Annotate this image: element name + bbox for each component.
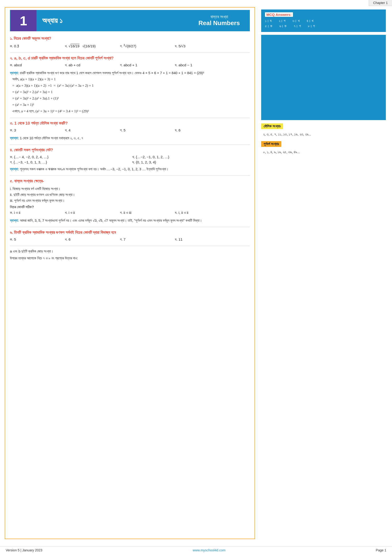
ans-1: ১। ঘ	[265, 19, 272, 23]
ans-6: ৬। ক	[280, 24, 287, 28]
q5-option-b: খ. i ও ii	[65, 211, 112, 215]
question-3-explanation: ব্যাখ্যা: 1 থেকে 10 পর্যন্ত মৌলিক সংখ্যা…	[10, 135, 250, 141]
mcq-title: MCQ Answers:	[265, 12, 293, 17]
q1-option-c: গ. 3√(8/27)	[120, 44, 167, 48]
q4-option-a: ক. {…− 4, −2, 0, 2, 4, …}	[10, 155, 127, 159]
question-5-title: ৫. বাস্তব সংখ্যার ক্ষেত্রে-	[10, 178, 250, 184]
q3-option-d: ঘ. 6	[175, 128, 222, 132]
prime-numbers-label: মৌলিক সংখ্যাঃ	[261, 123, 283, 129]
question-5-statements: i. বিজোড় সংখ্যার বর্গ একটি বিজোড় সংখ্য…	[10, 186, 250, 203]
chapter-number: 1	[20, 13, 27, 28]
q2-math: অর্থাৎ, a(a + 1)(a + 2)(a + 3) + 1 = a(a…	[12, 76, 250, 114]
question-2-options: ক. abcd খ. ab + cd গ. abcd + 1 ঘ. abcd −…	[10, 63, 250, 68]
q6-option-c: গ. 7	[120, 237, 167, 242]
q6-option-b: খ. 6	[65, 237, 112, 242]
perfect-square-section: পূর্ণবর্গ সংখ্যাঃ ০, ১, ৪, ৯, ১৬, ২৫, ৩৬…	[261, 141, 386, 156]
ans-5: ৫। ক	[265, 24, 272, 28]
question-5-options: ক. i ও ii খ. i ও ii গ. ii ও iii ঘ. i, ii…	[10, 211, 250, 216]
question-1-options: ক. 0.3̄ খ. √16/19 √(16/19) গ. 3√(8/27) ঘ…	[10, 44, 250, 49]
mcq-answer-row-1: ১। ঘ ২। গ ৩। খ ৪। খ	[265, 19, 382, 23]
question-4-title: ৪. কোনটি সকল পূর্ণসংখ্যার সেট?	[10, 147, 250, 153]
q5-option-d: ঘ. i, ii ও ii	[175, 211, 222, 215]
right-sidebar-panel: MCQ Answers: ১। ঘ ২। গ ৩। খ ৪। খ ৫। ক ৬।…	[257, 7, 390, 539]
mcq-title-row: MCQ Answers:	[265, 12, 382, 17]
main-content-panel: 1 অধ্যায় ১ বাস্তব সংখ্যা Real Numbers ১…	[5, 7, 255, 539]
chapter-title-bengali: অধ্যায় ১	[42, 17, 198, 25]
bottom-text-1: a এবং b দুইটি ক্রমিক জোড় সংখ্যা।	[10, 249, 250, 254]
question-3-options: ক. 3 খ. 4 গ. 5 ঘ. 6	[10, 128, 250, 133]
ans-2: ২। গ	[279, 19, 285, 23]
q5-option-a: ক. i ও ii	[10, 211, 57, 215]
page-footer: Version 5 | January 2023 www.myschool4d.…	[0, 546, 392, 554]
question-4-explanation: ব্যাখ্যা: শূন্যসহ সকল ধনাত্মক ও ঋণাত্মক …	[10, 166, 250, 172]
q1-option-a: ক. 0.3̄	[10, 44, 57, 48]
subtitle-english: Real Numbers	[198, 19, 240, 27]
question-4: ৪. কোনটি সকল পূর্ণসংখ্যার সেট? ক. {…− 4,…	[10, 147, 250, 172]
bottom-text-2: উপরের তথ্যের আলোকে নিচে ৭ ও ৮ নং প্রশ্নে…	[10, 255, 250, 261]
perfect-square-values: ০, ১, ৪, ৯, ১৬, ২৫, ৩৬, ৪৯...	[261, 148, 386, 156]
q3-option-c: গ. 5	[120, 128, 167, 132]
question-5-sub: নিচের কোনটি সঠিক?	[10, 205, 250, 209]
q2-option-b: খ. ab + cd	[65, 63, 112, 67]
question-2-explanation: ব্যাখ্যা: চারটি ক্রমিক স্বাভাবিক সংখ্যা …	[10, 70, 250, 114]
ans-3: ৩। খ	[293, 19, 299, 23]
mcq-answer-row-2: ৫। ক ৬। ক ৭। গ ৮। গ	[265, 24, 382, 28]
question-6: ৬. তিনটি ক্রমিক স্বাভাবিক সংখ্যার গুণফল …	[10, 229, 250, 243]
question-6-options: ক. 5 খ. 6 গ. 7 ঘ. 11	[10, 237, 250, 242]
footer-left: Version 5 | January 2023	[6, 548, 42, 552]
q2-option-d: ঘ. abcd − 1	[175, 63, 222, 67]
q2-option-c: গ. abcd + 1	[120, 63, 167, 67]
chapter-number-box: 1	[10, 10, 36, 31]
q4-option-b: খ. {…−2, −1, 0, 1, 2, …}	[132, 155, 250, 159]
subtitle-bengali: বাস্তব সংখ্যা	[198, 14, 240, 19]
q4-option-c: গ. {…−3, −1, 0, 1, 3, …}	[10, 160, 127, 164]
q3-option-a: ক. 3	[10, 128, 57, 132]
question-2-title: ২. a, b, c, d চারটি ক্রমিক স্বাভাবিক সংখ…	[10, 55, 250, 61]
ans-7: ৭। গ	[294, 24, 301, 28]
question-4-options: ক. {…− 4, −2, 0, 2, 4, …} খ. {…−2, −1, 0…	[10, 155, 250, 164]
question-2: ২. a, b, c, d চারটি ক্রমিক স্বাভাবিক সংখ…	[10, 55, 250, 114]
q6-option-d: ঘ. 11	[175, 237, 222, 242]
question-3-title: ৩. 1 থেকে 10 পর্যন্ত মৌলিক সংখ্যা কয়টি?	[10, 120, 250, 126]
question-5: ৫. বাস্তব সংখ্যার ক্ষেত্রে- i. বিজোড় সং…	[10, 178, 250, 224]
ans-8: ৮। গ	[308, 24, 315, 28]
q1-option-b: খ. √16/19 √(16/19)	[65, 44, 112, 48]
chapter-title-right: বাস্তব সংখ্যা Real Numbers	[198, 14, 240, 27]
blue-spacer	[261, 35, 386, 120]
q4-option-d: ঘ. {0, 1, 2, 3, 4}	[132, 160, 250, 164]
q6-option-a: ক. 5	[10, 237, 57, 242]
question-1: ১. নিচের কোনটি অমূলদ সংখ্যা? ক. 0.3̄ খ. …	[10, 35, 250, 49]
footer-center: www.myschool4d.com	[193, 548, 226, 552]
footer-right: Page 1	[376, 548, 386, 552]
question-1-title: ১. নিচের কোনটি অমূলদ সংখ্যা?	[10, 35, 250, 42]
q5-option-c: গ. ii ও iii	[120, 211, 167, 215]
question-5-explanation: ব্যাখ্যা: আমরা জানি, 3, 5, 7 সংখ্যাগুলো …	[10, 218, 250, 224]
chapter-header: 1 অধ্যায় ১ বাস্তব সংখ্যা Real Numbers	[10, 10, 250, 31]
q2-option-a: ক. abcd	[10, 63, 57, 67]
prime-numbers-section: মৌলিক সংখ্যাঃ ২, ৩, ৫, ৭, ১১, ১৩, ১৭, ১৯…	[261, 123, 386, 138]
question-6-title: ৬. তিনটি ক্রমিক স্বাভাবিক সংখ্যার গুণফল …	[10, 229, 250, 236]
prime-numbers-values: ২, ৩, ৫, ৭, ১১, ১৩, ১৭, ১৯, ২৩, ২৯...	[261, 131, 386, 138]
q1-option-d: ঘ. 5/√3	[175, 44, 222, 48]
perfect-square-label: পূর্ণবর্গ সংখ্যাঃ	[261, 141, 281, 147]
q3-option-b: খ. 4	[65, 128, 112, 132]
question-3: ৩. 1 থেকে 10 পর্যন্ত মৌলিক সংখ্যা কয়টি?…	[10, 120, 250, 141]
mcq-answers-box: MCQ Answers: ১। ঘ ২। গ ৩। খ ৪। খ ৫। ক ৬।…	[261, 9, 386, 32]
ans-4: ৪। খ	[307, 19, 313, 23]
